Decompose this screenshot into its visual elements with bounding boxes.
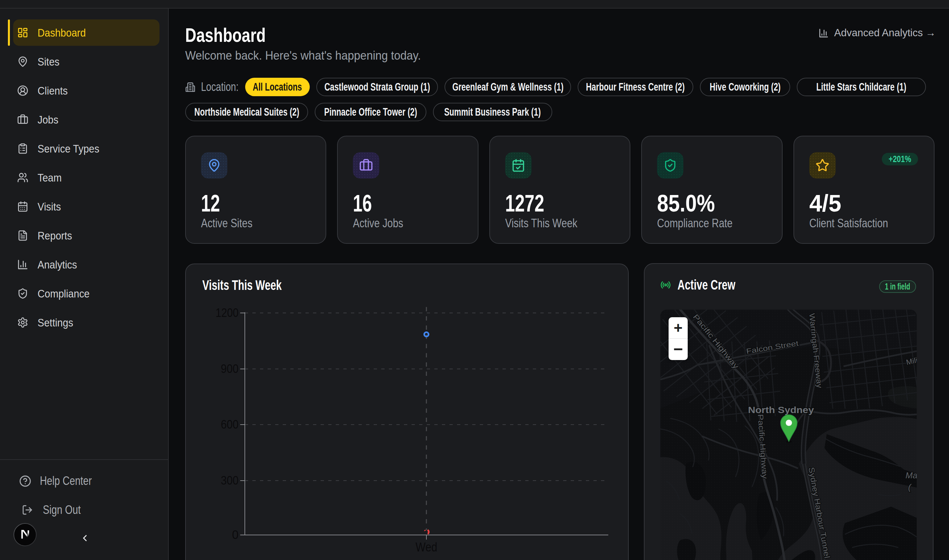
svg-text:300: 300 xyxy=(221,474,239,487)
svg-text:600: 600 xyxy=(221,418,239,431)
svg-text:0: 0 xyxy=(232,528,239,542)
svg-text:Wed: Wed xyxy=(416,540,437,554)
svg-text:1200: 1200 xyxy=(216,306,239,320)
svg-text:900: 900 xyxy=(221,362,239,375)
